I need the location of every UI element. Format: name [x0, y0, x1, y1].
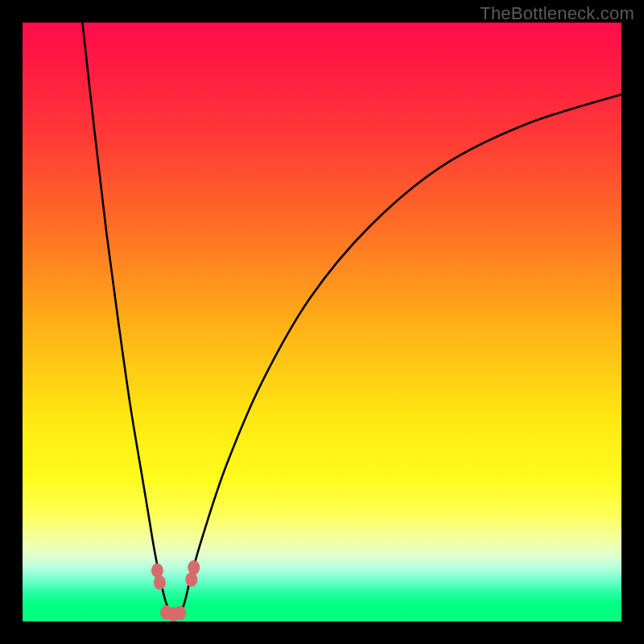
- bottleneck-curve: [82, 23, 621, 617]
- chart-outer-frame: TheBottleneck.com: [0, 0, 644, 644]
- plot-area: [23, 23, 621, 621]
- watermark-text: TheBottleneck.com: [480, 3, 634, 24]
- marker-cluster-bottom: [174, 606, 186, 621]
- data-markers: [151, 560, 200, 621]
- marker-cluster-right: [185, 572, 197, 587]
- marker-cluster-left: [154, 576, 166, 590]
- marker-cluster-left: [151, 564, 163, 578]
- marker-cluster-right: [188, 560, 200, 575]
- curve-layer: [23, 23, 621, 621]
